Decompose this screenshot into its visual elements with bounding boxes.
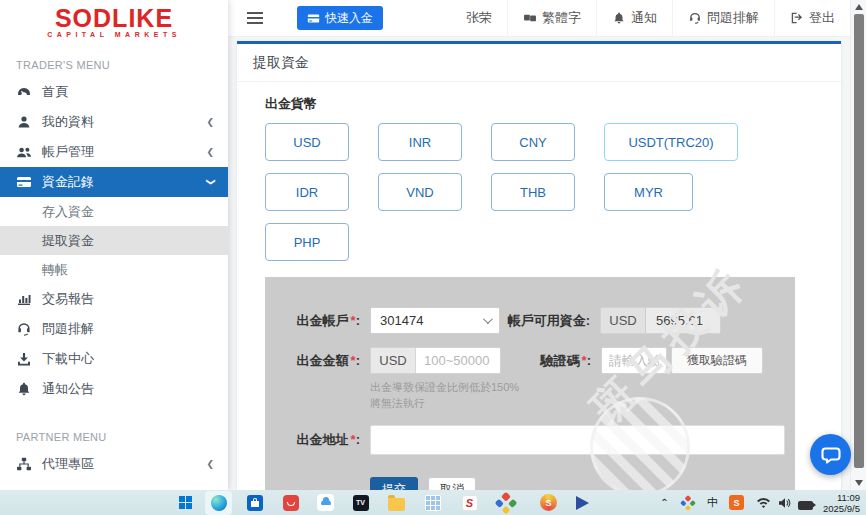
sogou-wheel-icon[interactable]: S — [539, 493, 558, 512]
mt-terminal-icon[interactable]: S — [460, 493, 479, 512]
account-select[interactable]: 301474 — [370, 307, 500, 334]
amount-label: 出金金額*: — [265, 352, 360, 370]
currency-button-usd[interactable]: USD — [265, 123, 349, 161]
app-window: SODLIKE CAPITAL MARKETS TRADER'S MENU 首頁… — [0, 0, 866, 515]
cancel-button[interactable]: 取消 — [428, 477, 476, 490]
get-captcha-button[interactable]: 獲取驗證碼 — [671, 347, 763, 374]
currency-button-usdt[interactable]: USDT(TRC20) — [604, 123, 738, 161]
sidebar-item-deposit[interactable]: 存入資金 — [0, 197, 228, 226]
sidebar-item-agent[interactable]: 代理專區 ❮ — [0, 449, 228, 479]
chevron-left-icon: ❮ — [206, 147, 214, 157]
logout-icon — [790, 11, 804, 25]
hamburger-menu-icon[interactable] — [247, 9, 263, 27]
chevron-down-icon: ❮ — [205, 178, 215, 186]
sidebar-item-withdraw[interactable]: 提取資金 — [0, 226, 228, 255]
sidebar-item-transfer[interactable]: 轉帳 — [0, 255, 228, 284]
sogou-input-icon[interactable]: S — [727, 493, 746, 512]
sidebar-item-announcements[interactable]: 通知公告 — [0, 374, 228, 404]
sitemap-icon — [16, 456, 32, 472]
sidebar-item-reports[interactable]: 交易報告 — [0, 284, 228, 314]
sidebar-item-profile[interactable]: 我的資料 ❮ — [0, 107, 228, 137]
brand-subtitle: CAPITAL MARKETS — [0, 31, 228, 38]
projector-icon[interactable] — [796, 493, 815, 512]
clock-time: 11:09 — [823, 492, 860, 503]
withdraw-card: 提取資金 出金貨幣 USD INR CNY USDT(TRC20) IDR VN… — [237, 41, 841, 490]
language-icon — [523, 11, 537, 25]
submit-button[interactable]: 提交 — [370, 477, 418, 490]
users-icon — [16, 144, 32, 160]
section-trader-menu: TRADER'S MENU — [0, 46, 228, 77]
browser-scrollbar[interactable] — [850, 0, 866, 490]
microsoft-store-icon[interactable] — [245, 493, 264, 512]
headset-icon — [16, 321, 32, 337]
logout-link[interactable]: 登出 — [774, 0, 850, 36]
scrollbar-thumb[interactable] — [854, 14, 864, 468]
volume-icon[interactable] — [775, 493, 794, 512]
currency-button-thb[interactable]: THB — [491, 173, 575, 211]
scroll-up-icon[interactable] — [855, 4, 863, 10]
dashboard-icon — [16, 84, 32, 100]
user-menu[interactable]: 张荣 — [451, 0, 507, 36]
bar-chart-icon — [16, 291, 32, 307]
sidebar-item-support[interactable]: 問題排解 — [0, 314, 228, 344]
file-explorer-icon[interactable] — [387, 493, 406, 512]
available-funds-label: 帳戶可用資金: — [500, 312, 590, 330]
margin-warning-text: 出金導致保證金比例低於150% 將無法執行 — [370, 379, 795, 411]
language-switch[interactable]: 繁體字 — [507, 0, 596, 36]
tray-expand-icon[interactable]: ⌃ — [655, 493, 674, 512]
main-content: 提取資金 出金貨幣 USD INR CNY USDT(TRC20) IDR VN… — [228, 37, 850, 490]
currency-button-inr[interactable]: INR — [378, 123, 462, 161]
scroll-down-icon[interactable] — [855, 480, 863, 486]
amount-input[interactable] — [416, 348, 500, 373]
weather-app-icon[interactable] — [316, 493, 335, 512]
captcha-label: 驗證碼*: — [501, 352, 591, 370]
available-funds-field: USD 5695.61 — [600, 307, 721, 334]
bell-icon — [612, 11, 626, 25]
user-icon — [16, 114, 32, 130]
windows-start-icon[interactable] — [176, 493, 195, 512]
appgallery-icon[interactable] — [281, 493, 300, 512]
sidebar-item-downloads[interactable]: 下載中心 — [0, 344, 228, 374]
taskbar-clock[interactable]: 11:09 2025/9/5 — [823, 492, 860, 514]
support-link[interactable]: 問題排解 — [672, 0, 774, 36]
calendar-app-icon[interactable] — [423, 493, 442, 512]
windows-taskbar: TV S S ⌃ 中 S 11:09 2025/9/5 — [0, 490, 866, 515]
currency-button-php[interactable]: PHP — [265, 223, 349, 261]
currency-button-cny[interactable]: CNY — [491, 123, 575, 161]
brand-logo[interactable]: SODLIKE CAPITAL MARKETS — [0, 0, 228, 46]
section-partner-menu: PARTNER MENU — [0, 418, 228, 449]
withdraw-form-panel: 出金帳戶*: 301474 帳戶可用資金: USD 5695.61 — [265, 277, 795, 490]
chevron-down-icon — [483, 314, 493, 324]
currency-button-idr[interactable]: IDR — [265, 173, 349, 211]
topbar: 快速入金 张荣 繁體字 通知 問題排解 登出 — [228, 0, 850, 37]
chevron-left-icon: ❮ — [206, 459, 214, 469]
headset-icon — [688, 11, 702, 25]
amount-currency: USD — [371, 348, 416, 373]
quick-deposit-button[interactable]: 快速入金 — [297, 6, 383, 30]
amount-field: USD — [370, 347, 501, 374]
bell-icon — [16, 381, 32, 397]
wifi-icon[interactable] — [754, 493, 773, 512]
currency-button-myr[interactable]: MYR — [604, 173, 693, 211]
game-center-icon[interactable] — [496, 493, 515, 512]
edge-browser-icon[interactable] — [209, 493, 228, 512]
sidebar-item-home[interactable]: 首頁 — [0, 77, 228, 107]
credit-card-icon — [307, 12, 320, 25]
sidebar-item-funds[interactable]: 資金記錄 ❮ — [0, 167, 228, 197]
flag-app-icon[interactable] — [573, 493, 592, 512]
live-chat-button[interactable] — [810, 434, 851, 475]
credit-card-icon — [16, 174, 32, 190]
available-amount: 5695.61 — [646, 308, 720, 333]
withdraw-address-input[interactable] — [370, 425, 785, 455]
sidebar-item-accounts[interactable]: 帳戶管理 ❮ — [0, 137, 228, 167]
available-currency: USD — [601, 308, 646, 333]
chevron-left-icon: ❮ — [206, 117, 214, 127]
account-label: 出金帳戶*: — [265, 312, 360, 330]
notifications-link[interactable]: 通知 — [596, 0, 672, 36]
ime-chinese-indicator[interactable]: 中 — [703, 493, 722, 512]
currency-section-label: 出金貨幣 — [265, 95, 813, 113]
captcha-input[interactable] — [601, 347, 667, 374]
currency-button-vnd[interactable]: VND — [378, 173, 462, 211]
game-diamond-icon[interactable] — [678, 493, 697, 512]
tradingview-icon[interactable]: TV — [351, 493, 370, 512]
